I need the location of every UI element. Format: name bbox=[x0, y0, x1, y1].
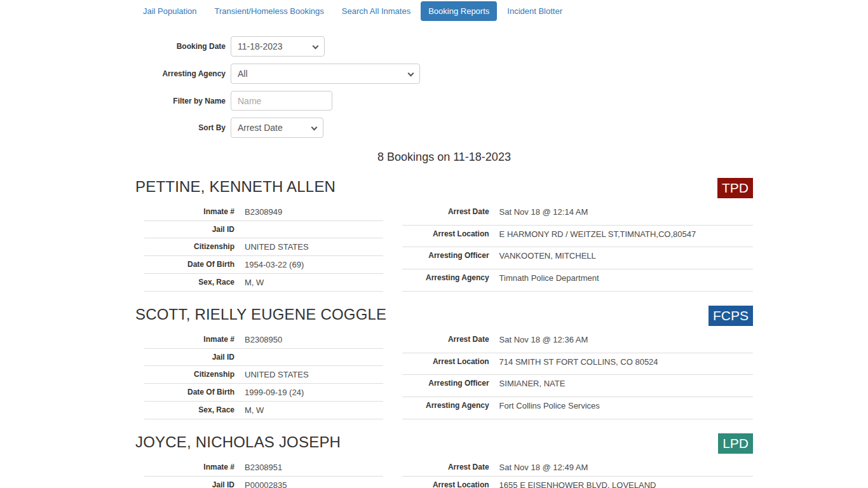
table-row: Arresting Officer SIMIANER, NATE bbox=[402, 375, 753, 397]
inmate-name: JOYCE, NICHOLAS JOSEPH bbox=[135, 433, 341, 451]
inmate-name: SCOTT, RIELLY EUGENE COGGLE bbox=[135, 306, 386, 323]
name-filter-input[interactable] bbox=[231, 91, 332, 111]
field-label: Arrest Location bbox=[402, 353, 494, 375]
table-row: Citizenship UNITED STATES bbox=[144, 238, 383, 256]
arrest-date-value: Sat Nov 18 @ 12:36 AM bbox=[494, 331, 753, 353]
tab-transient-homeless-bookings[interactable]: Transient/Homeless Bookings bbox=[207, 1, 332, 21]
table-row: Inmate # B2308949 bbox=[144, 203, 383, 221]
field-label: Citizenship bbox=[144, 238, 240, 256]
table-row: Arrest Location 1655 E EISENHOWER BLVD, … bbox=[402, 477, 753, 488]
booking-date-row: Booking Date 11-18-2023 bbox=[135, 36, 753, 57]
sort-by-select[interactable]: Arrest Date bbox=[231, 118, 323, 138]
agency-badge: FCPS bbox=[709, 306, 753, 326]
arresting-agency-value: Timnath Police Department bbox=[494, 269, 753, 292]
booking-record: SCOTT, RIELLY EUGENE COGGLE FCPS Inmate … bbox=[135, 306, 753, 419]
table-row: Arrest Location 714 SMITH ST FORT COLLIN… bbox=[402, 353, 753, 375]
table-row: Arrest Location E HARMONY RD / WEITZEL S… bbox=[402, 225, 753, 247]
field-label: Arrest Date bbox=[402, 203, 494, 225]
arresting-officer-value: SIMIANER, NATE bbox=[494, 375, 753, 397]
filter-by-name-row: Filter by Name bbox=[135, 91, 753, 111]
field-label: Citizenship bbox=[144, 366, 240, 384]
arrest-location-value: 1655 E EISENHOWER BLVD, LOVELAND bbox=[494, 477, 753, 488]
filters-panel: Booking Date 11-18-2023 Arresting Agency… bbox=[135, 36, 753, 138]
field-label: Jail ID bbox=[144, 477, 240, 488]
record-header: SCOTT, RIELLY EUGENE COGGLE FCPS bbox=[135, 306, 753, 326]
date-of-birth-value: 1954-03-22 (69) bbox=[240, 256, 383, 274]
sex-race-value: M, W bbox=[240, 402, 383, 419]
field-label: Arresting Agency bbox=[402, 397, 494, 419]
record-body: Inmate # B2308949 Jail ID Citizenship UN… bbox=[135, 203, 753, 292]
agency-badge: TPD bbox=[717, 178, 753, 198]
table-row: Sex, Race M, W bbox=[144, 402, 383, 419]
table-row: Arresting Officer VANKOOTEN, MITCHELL bbox=[402, 247, 753, 269]
inmate-number-value: B2308951 bbox=[240, 459, 383, 477]
table-row: Inmate # B2308950 bbox=[144, 331, 383, 349]
table-row: Citizenship UNITED STATES bbox=[144, 366, 383, 384]
field-label: Arrest Location bbox=[402, 225, 494, 247]
arresting-agency-select[interactable]: All bbox=[231, 64, 420, 84]
agency-badge: LPD bbox=[718, 433, 753, 454]
tab-search-all-inmates[interactable]: Search All Inmates bbox=[334, 1, 418, 21]
booking-date-label: Booking Date bbox=[135, 42, 231, 51]
tab-jail-population[interactable]: Jail Population bbox=[135, 1, 205, 21]
record-header: PETTINE, KENNETH ALLEN TPD bbox=[135, 178, 753, 198]
arrest-date-value: Sat Nov 18 @ 12:14 AM bbox=[494, 203, 753, 225]
arrest-location-value: 714 SMITH ST FORT COLLINS, CO 80524 bbox=[494, 353, 753, 375]
table-row: Date Of Birth 1999-09-19 (24) bbox=[144, 384, 383, 402]
inmate-details-table: Inmate # B2308951 Jail ID P00002835 Citi… bbox=[144, 459, 383, 488]
table-row: Date Of Birth 1954-03-22 (69) bbox=[144, 256, 383, 274]
sort-by-row: Sort By Arrest Date bbox=[135, 118, 753, 138]
arresting-agency-label: Arresting Agency bbox=[135, 69, 231, 78]
field-label: Inmate # bbox=[144, 203, 240, 221]
booking-record: PETTINE, KENNETH ALLEN TPD Inmate # B230… bbox=[135, 178, 753, 292]
sort-by-label: Sort By bbox=[135, 123, 231, 132]
table-row: Jail ID bbox=[144, 349, 383, 366]
citizenship-value: UNITED STATES bbox=[240, 366, 383, 384]
field-label: Date Of Birth bbox=[144, 256, 240, 274]
field-label: Arrest Date bbox=[402, 331, 494, 353]
field-label: Arresting Officer bbox=[402, 247, 494, 269]
table-row: Sex, Race M, W bbox=[144, 274, 383, 292]
field-label: Jail ID bbox=[144, 349, 240, 366]
inmate-details-table: Inmate # B2308949 Jail ID Citizenship UN… bbox=[144, 203, 383, 292]
page-container: Jail Population Transient/Homeless Booki… bbox=[135, 0, 753, 488]
inmate-details-table: Inmate # B2308950 Jail ID Citizenship UN… bbox=[144, 331, 383, 419]
arrest-location-value: E HARMONY RD / WEITZEL ST,TIMNATH,CO,805… bbox=[494, 225, 753, 247]
sex-race-value: M, W bbox=[240, 274, 383, 292]
table-row: Inmate # B2308951 bbox=[144, 459, 383, 477]
record-header: JOYCE, NICHOLAS JOSEPH LPD bbox=[135, 433, 753, 454]
tab-booking-reports[interactable]: Booking Reports bbox=[421, 1, 497, 21]
tab-bar: Jail Population Transient/Homeless Booki… bbox=[135, 0, 753, 21]
field-label: Jail ID bbox=[144, 221, 240, 238]
arrest-details-table: Arrest Date Sat Nov 18 @ 12:14 AM Arrest… bbox=[402, 203, 753, 292]
tab-incident-blotter[interactable]: Incident Blotter bbox=[499, 1, 570, 21]
table-row: Arrest Date Sat Nov 18 @ 12:36 AM bbox=[402, 331, 753, 353]
bookings-summary: 8 Bookings on 11-18-2023 bbox=[135, 151, 753, 164]
citizenship-value: UNITED STATES bbox=[240, 238, 383, 256]
field-label: Inmate # bbox=[144, 331, 240, 349]
field-label: Sex, Race bbox=[144, 274, 240, 292]
arresting-agency-value: Fort Collins Police Services bbox=[494, 397, 753, 419]
field-label: Arresting Agency bbox=[402, 269, 494, 292]
field-label: Arrest Date bbox=[402, 459, 494, 477]
arresting-agency-row: Arresting Agency All bbox=[135, 64, 753, 84]
table-row: Jail ID P00002835 bbox=[144, 477, 383, 488]
jail-id-value bbox=[240, 349, 383, 366]
field-label: Arrest Location bbox=[402, 477, 494, 488]
booking-date-select[interactable]: 11-18-2023 bbox=[231, 36, 325, 57]
inmate-name: PETTINE, KENNETH ALLEN bbox=[135, 178, 336, 196]
table-row: Jail ID bbox=[144, 221, 383, 238]
arrest-date-value: Sat Nov 18 @ 12:49 AM bbox=[494, 459, 753, 477]
record-body: Inmate # B2308951 Jail ID P00002835 Citi… bbox=[135, 459, 753, 488]
inmate-number-value: B2308949 bbox=[240, 203, 383, 221]
jail-id-value: P00002835 bbox=[240, 477, 383, 488]
table-row: Arresting Agency Fort Collins Police Ser… bbox=[402, 397, 753, 419]
filter-by-name-label: Filter by Name bbox=[135, 97, 231, 105]
arresting-officer-value: VANKOOTEN, MITCHELL bbox=[494, 247, 753, 269]
booking-record: JOYCE, NICHOLAS JOSEPH LPD Inmate # B230… bbox=[135, 433, 753, 488]
field-label: Inmate # bbox=[144, 459, 240, 477]
record-body: Inmate # B2308950 Jail ID Citizenship UN… bbox=[135, 331, 753, 419]
field-label: Arresting Officer bbox=[402, 375, 494, 397]
field-label: Date Of Birth bbox=[144, 384, 240, 402]
arrest-details-table: Arrest Date Sat Nov 18 @ 12:36 AM Arrest… bbox=[402, 331, 753, 419]
